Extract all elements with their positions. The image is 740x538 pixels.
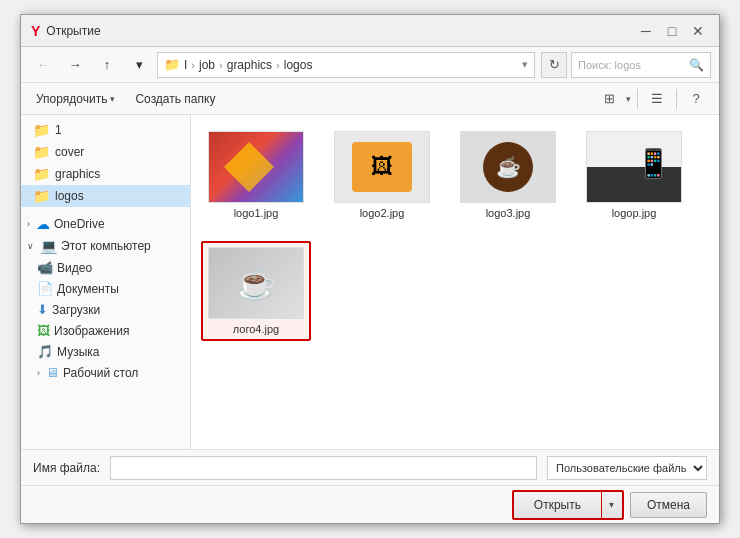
open-dropdown-button[interactable]: ▾ — [602, 492, 622, 518]
sidebar-item-video[interactable]: 📹 Видео — [21, 257, 190, 278]
computer-icon: 💻 — [40, 238, 57, 254]
onedrive-icon: ☁ — [36, 216, 50, 232]
sidebar-item-label: Документы — [57, 282, 119, 296]
forward-button[interactable]: → — [61, 52, 89, 78]
filetype-select[interactable]: Пользовательские файлы — [547, 456, 707, 480]
file-name: logop.jpg — [612, 207, 657, 219]
search-bar[interactable]: Поиск: logos 🔍 — [571, 52, 711, 78]
expand-icon: ∨ — [27, 241, 34, 251]
new-folder-label: Создать папку — [135, 92, 215, 106]
close-button[interactable]: ✕ — [687, 20, 709, 42]
toolbar-divider2 — [676, 89, 677, 109]
second-toolbar-right: ⊞ ▾ ☰ ? — [596, 87, 709, 111]
downloads-icon: ⬇ — [37, 302, 48, 317]
file-name: logo1.jpg — [234, 207, 279, 219]
sidebar: 📁 1 📁 cover 📁 graphics 📁 logos › ☁ OneDr… — [21, 115, 191, 449]
file-thumbnail — [586, 131, 682, 203]
sidebar-item-label: Рабочий стол — [63, 366, 138, 380]
organize-chevron: ▾ — [110, 94, 115, 104]
minimize-button[interactable]: ─ — [635, 20, 657, 42]
organize-label: Упорядочить — [36, 92, 107, 106]
breadcrumb-job: job — [199, 58, 215, 72]
sidebar-item-onedrive[interactable]: › ☁ OneDrive — [21, 213, 190, 235]
sidebar-item-label: Этот компьютер — [61, 239, 151, 253]
sidebar-item-images[interactable]: 🖼 Изображения — [21, 320, 190, 341]
file-item-logo4[interactable]: ☕ лого4.jpg — [201, 241, 311, 341]
second-toolbar-left: Упорядочить ▾ Создать папку — [31, 89, 220, 109]
expand-icon: › — [27, 219, 30, 229]
file-thumbnail: ☕ — [208, 247, 304, 319]
sidebar-item-label: Изображения — [54, 324, 129, 338]
sidebar-item-label: cover — [55, 145, 84, 159]
sep1: › — [191, 59, 195, 71]
help-button[interactable]: ? — [683, 87, 709, 111]
sidebar-item-downloads[interactable]: ⬇ Загрузки — [21, 299, 190, 320]
sidebar-item-logos[interactable]: 📁 logos — [21, 185, 190, 207]
filename-input[interactable] — [110, 456, 537, 480]
up-button[interactable]: ↑ — [93, 52, 121, 78]
sidebar-item-documents[interactable]: 📄 Документы — [21, 278, 190, 299]
thumb-visual: ☕ — [461, 132, 555, 202]
folder-icon: 📁 — [33, 188, 50, 204]
search-icon[interactable]: 🔍 — [689, 58, 704, 72]
file-name: лого4.jpg — [233, 323, 279, 335]
title-bar-left: Y Открытие — [31, 23, 101, 39]
action-bar: Открыть ▾ Отмена — [21, 485, 719, 523]
thumb-visual: ☕ — [209, 248, 303, 318]
sidebar-item-label: Музыка — [57, 345, 99, 359]
main-content: 📁 1 📁 cover 📁 graphics 📁 logos › ☁ OneDr… — [21, 115, 719, 449]
refresh-button[interactable]: ↻ — [541, 52, 567, 78]
documents-icon: 📄 — [37, 281, 53, 296]
thumb-visual — [587, 132, 681, 202]
open-button-container: Открыть ▾ — [512, 490, 624, 520]
nav-toolbar: ← → ↑ ▾ 📁 I › job › graphics › logos ▾ ↻… — [21, 47, 719, 83]
open-button[interactable]: Открыть — [514, 492, 602, 518]
maximize-button[interactable]: □ — [661, 20, 683, 42]
breadcrumb-graphics: graphics — [227, 58, 272, 72]
sidebar-item-label: graphics — [55, 167, 100, 181]
title-bar: Y Открытие ─ □ ✕ — [21, 15, 719, 47]
address-folder-icon: 📁 — [164, 57, 180, 72]
file-thumbnail: 🖼 — [334, 131, 430, 203]
file-item-logo1[interactable]: logo1.jpg — [201, 125, 311, 225]
back-button[interactable]: ← — [29, 52, 57, 78]
view-chevron: ▾ — [626, 94, 631, 104]
view-toggle-button[interactable]: ⊞ — [596, 87, 622, 111]
thumb-visual — [209, 132, 303, 202]
sidebar-item-this-pc[interactable]: ∨ 💻 Этот компьютер — [21, 235, 190, 257]
address-bar[interactable]: 📁 I › job › graphics › logos ▾ — [157, 52, 535, 78]
app-icon: Y — [31, 23, 40, 39]
thumb-inner: ☕ — [483, 142, 533, 192]
file-thumbnail: ☕ — [460, 131, 556, 203]
sidebar-item-cover[interactable]: 📁 cover — [21, 141, 190, 163]
organize-button[interactable]: Упорядочить ▾ — [31, 89, 120, 109]
details-view-button[interactable]: ☰ — [644, 87, 670, 111]
sidebar-item-label: 1 — [55, 123, 62, 137]
open-dialog: Y Открытие ─ □ ✕ ← → ↑ ▾ 📁 I › job › gra… — [20, 14, 720, 524]
new-folder-button[interactable]: Создать папку — [130, 89, 220, 109]
file-item-logo2[interactable]: 🖼 logo2.jpg — [327, 125, 437, 225]
file-item-logop[interactable]: logop.jpg — [579, 125, 689, 225]
sidebar-item-label: Видео — [57, 261, 92, 275]
file-grid: logo1.jpg 🖼 logo2.jpg ☕ — [201, 125, 709, 341]
sidebar-item-desktop[interactable]: › 🖥 Рабочий стол — [21, 362, 190, 383]
sidebar-item-music[interactable]: 🎵 Музыка — [21, 341, 190, 362]
file-item-logo3[interactable]: ☕ logo3.jpg — [453, 125, 563, 225]
file-name: logo3.jpg — [486, 207, 531, 219]
breadcrumb-logos: logos — [284, 58, 313, 72]
sidebar-item-graphics[interactable]: 📁 graphics — [21, 163, 190, 185]
file-area: logo1.jpg 🖼 logo2.jpg ☕ — [191, 115, 719, 449]
sep3: › — [276, 59, 280, 71]
second-toolbar: Упорядочить ▾ Создать папку ⊞ ▾ ☰ ? — [21, 83, 719, 115]
sidebar-item-label: logos — [55, 189, 84, 203]
sidebar-item-label: Загрузки — [52, 303, 100, 317]
recent-button[interactable]: ▾ — [125, 52, 153, 78]
search-placeholder: Поиск: logos — [578, 59, 685, 71]
thumb-inner: ☕ — [236, 264, 276, 302]
expand-icon: › — [37, 368, 40, 378]
sep2: › — [219, 59, 223, 71]
sidebar-item-1[interactable]: 📁 1 — [21, 119, 190, 141]
filename-label: Имя файла: — [33, 461, 100, 475]
cancel-button[interactable]: Отмена — [630, 492, 707, 518]
video-icon: 📹 — [37, 260, 53, 275]
